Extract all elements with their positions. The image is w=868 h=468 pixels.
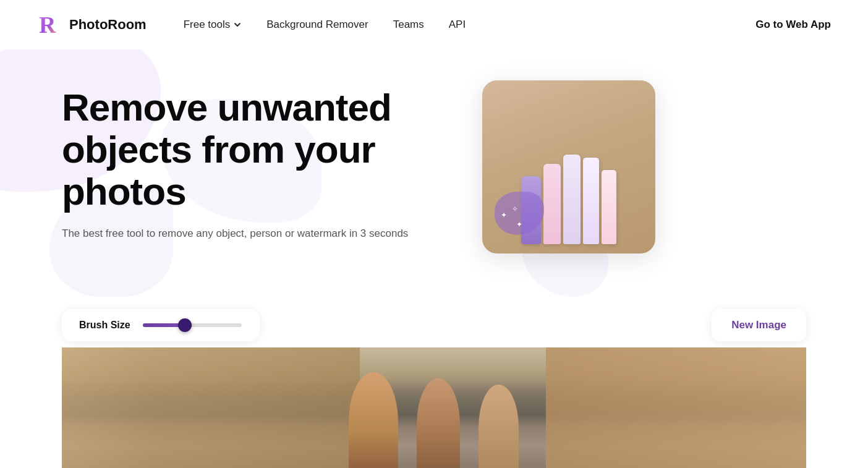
person-3 xyxy=(479,385,519,468)
nav-background-remover[interactable]: Background Remover xyxy=(266,19,368,31)
tool-section: Brush Size New Image xyxy=(0,309,868,468)
person-1 xyxy=(349,372,398,468)
person-2 xyxy=(417,378,460,468)
new-image-button[interactable]: New Image xyxy=(712,309,806,341)
brush-slider-container[interactable] xyxy=(143,319,242,331)
bottle-3 xyxy=(563,155,581,244)
street-photo xyxy=(62,347,806,468)
hero-product-image: ✦ ✦ ✧ xyxy=(482,80,655,253)
svg-text:R: R xyxy=(39,12,56,38)
logo-link[interactable]: R PhotoRoom xyxy=(37,12,147,38)
sparkle-3: ✧ xyxy=(512,205,518,213)
photoroom-logo-icon: R xyxy=(37,12,63,38)
nav-free-tools[interactable]: Free tools xyxy=(184,19,242,31)
bottle-2 xyxy=(543,164,561,244)
slider-track xyxy=(143,323,242,327)
sparkle-2: ✦ xyxy=(516,220,522,229)
image-canvas[interactable] xyxy=(62,347,806,468)
slider-thumb[interactable] xyxy=(178,318,192,332)
bottle-4 xyxy=(583,158,599,244)
brush-label: Brush Size xyxy=(79,320,130,331)
logo-text: PhotoRoom xyxy=(69,17,147,33)
hero-section: Remove unwanted objects from your photos… xyxy=(0,49,868,309)
hero-text: Remove unwanted objects from your photos… xyxy=(62,74,457,241)
chevron-down-icon xyxy=(233,20,242,29)
tool-controls: Brush Size New Image xyxy=(62,309,806,341)
people-area xyxy=(174,347,695,468)
nav-api[interactable]: API xyxy=(449,19,466,31)
nav-links: Free tools Background Remover Teams API xyxy=(184,19,756,31)
nav-teams[interactable]: Teams xyxy=(393,19,424,31)
hero-image-inner: ✦ ✦ ✧ xyxy=(482,80,655,253)
bottle-5 xyxy=(602,170,616,244)
sparkle-1: ✦ xyxy=(501,211,507,219)
navbar: R PhotoRoom Free tools Background Remove… xyxy=(0,0,868,49)
hero-subtitle: The best free tool to remove any object,… xyxy=(62,226,457,242)
hero-title: Remove unwanted objects from your photos xyxy=(62,87,457,213)
brush-control: Brush Size xyxy=(62,309,260,341)
go-to-web-app-link[interactable]: Go to Web App xyxy=(755,19,831,31)
